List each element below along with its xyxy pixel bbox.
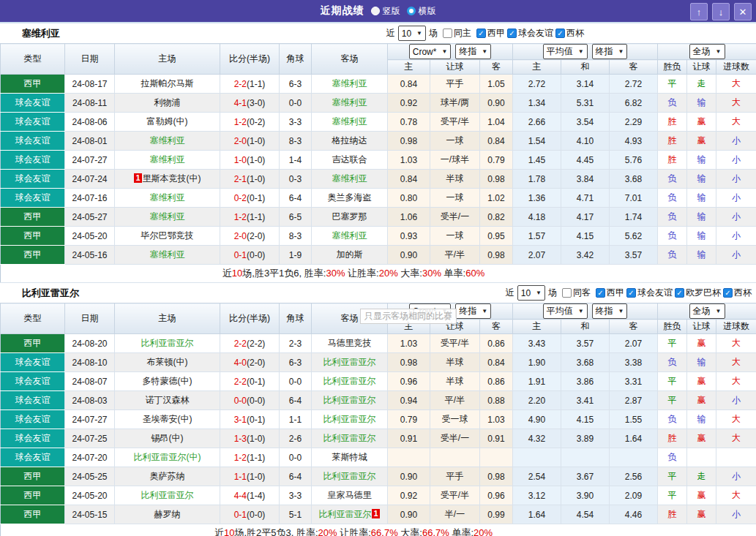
league-checkbox[interactable]: ✓西甲 — [596, 287, 624, 299]
chevron-down-icon: ▼ — [578, 308, 584, 314]
radio-unselected-icon[interactable] — [407, 7, 416, 15]
team-label: 塞维利亚 — [332, 173, 367, 184]
odds-source-select[interactable]: Crow*▼ — [409, 44, 452, 59]
handicap-result-cell: 输 — [687, 94, 716, 113]
result-group-header: 全场▼ — [658, 44, 756, 60]
europe-odds-group-header: 平均值▼ 终指▼ — [513, 44, 658, 60]
checkbox-checked-icon[interactable]: ✓ — [507, 29, 517, 38]
league-checkbox[interactable]: ✓球会友谊 — [507, 27, 553, 39]
league-checkbox[interactable]: ✓西甲 — [476, 27, 505, 39]
summary-segment: 让胜率: — [337, 527, 371, 536]
scope-select[interactable]: 全场▼ — [689, 303, 725, 319]
summary-segment: 单率: — [449, 527, 474, 536]
odds-time-select[interactable]: 终指▼ — [455, 44, 491, 59]
europe-type-select[interactable]: 平均值▼ — [543, 44, 588, 59]
handicap-result-cell: 赢 — [687, 132, 716, 151]
odds-away-cell: 0.95 — [480, 227, 513, 246]
home-team-cell: 比利亚雷亚尔 — [115, 334, 220, 353]
col-date: 日期 — [65, 44, 115, 75]
goals-cell: 大 — [716, 429, 756, 448]
league-checkbox[interactable]: ✓西杯 — [723, 287, 752, 299]
europe-time-select[interactable]: 终指▼ — [592, 44, 628, 59]
result-cell: 胜 — [658, 151, 687, 170]
handicap-result-cell: 输 — [687, 227, 716, 246]
avg-away-cell: 2.87 — [610, 391, 658, 410]
checkbox-checked-icon[interactable]: ✓ — [723, 288, 733, 298]
avg-home-cell: 2.66 — [513, 113, 561, 132]
move-down-button[interactable]: ↓ — [712, 3, 730, 20]
goals-cell: 大 — [716, 113, 756, 132]
league-checkbox[interactable]: ✓西杯 — [555, 27, 584, 39]
same-venue-checkbox[interactable]: 同客 — [562, 287, 591, 299]
full-time-score: 2-0 — [234, 136, 247, 146]
avg-home-cell: 1.34 — [513, 94, 561, 113]
team-label: 多特蒙德(中) — [143, 376, 192, 386]
team-label: 莱斯特城 — [332, 452, 367, 462]
goals-cell: 大 — [716, 372, 756, 391]
radio-vertical-layout[interactable]: 竖版 — [371, 5, 400, 18]
europe-type-select[interactable]: 平均值▼ — [543, 303, 588, 319]
checkbox-checked-icon[interactable]: ✓ — [476, 29, 486, 38]
col-corner: 角球 — [280, 44, 312, 75]
europe-time-select[interactable]: 终指▼ — [592, 303, 628, 319]
same-venue-checkbox[interactable]: 同主 — [443, 27, 471, 39]
page-title: 近期战绩 — [321, 4, 364, 18]
odds-time-select[interactable]: 终指▼ — [455, 303, 491, 319]
avg-home-cell: 3.43 — [513, 334, 561, 353]
avg-away-cell: 3.31 — [610, 372, 658, 391]
away-team-cell: 巴塞罗那 — [312, 208, 388, 227]
full-time-score: 0-0 — [234, 396, 247, 406]
home-team-cell: 富勒姆(中) — [115, 113, 220, 132]
close-button[interactable]: ✕ — [734, 3, 752, 20]
home-team-cell: 利物浦 — [115, 94, 220, 113]
handicap-result-cell: 输 — [687, 246, 716, 265]
col-avg-home: 主 — [513, 60, 561, 75]
league-checkbox-label: 西甲 — [487, 27, 505, 39]
full-time-score: 4-1 — [234, 98, 247, 108]
checkbox-checked-icon[interactable]: ✓ — [675, 288, 684, 298]
radio-horizontal-layout[interactable]: 横版 — [407, 5, 436, 18]
match-count-select[interactable]: 10▼ — [517, 285, 545, 301]
match-type-cell: 球会友谊 — [1, 189, 65, 208]
match-type-cell: 球会友谊 — [1, 170, 65, 189]
table-row: 球会友谊24-07-16塞维利亚0-2(0-1)6-4奥兰多海盗0.80一球1.… — [1, 189, 756, 208]
date-cell: 24-05-27 — [65, 208, 115, 227]
date-cell: 24-05-25 — [65, 467, 115, 486]
result-cell: 平 — [658, 334, 687, 353]
radio-selected-icon[interactable] — [371, 7, 380, 15]
handicap-result-cell: 赢 — [687, 486, 716, 505]
checkbox-unchecked-icon[interactable] — [562, 288, 572, 298]
col-avg-home: 主 — [513, 320, 561, 334]
odds-away-cell: 0.84 — [480, 132, 513, 151]
league-checkbox-label: 球会友谊 — [518, 27, 553, 39]
away-team-cell: 塞维利亚 — [312, 113, 388, 132]
half-time-score: (0-0) — [247, 396, 265, 406]
home-team-cell: 比利亚雷亚尔 — [115, 486, 220, 505]
half-time-score: (3-0) — [247, 98, 265, 108]
avg-away-cell: 4.93 — [610, 132, 658, 151]
summary-segment: 大率: — [398, 527, 422, 536]
date-cell: 24-08-17 — [65, 75, 115, 94]
checkbox-unchecked-icon[interactable] — [443, 29, 452, 38]
avg-home-cell — [513, 448, 561, 467]
match-count-select[interactable]: 10▼ — [398, 26, 426, 41]
league-checkbox[interactable]: ✓欧罗巴杯 — [675, 287, 721, 299]
avg-home-cell: 4.90 — [513, 410, 561, 429]
checkbox-checked-icon[interactable]: ✓ — [596, 288, 605, 298]
away-team-cell: 比利亚雷亚尔1 — [312, 505, 388, 524]
odds-away-cell: 0.91 — [480, 429, 513, 448]
col-avg-draw: 和 — [561, 320, 610, 334]
table-row: 西甲24-05-20比利亚雷亚尔4-4(1-4)3-3皇家马德里0.92受平/半… — [1, 486, 756, 505]
checkbox-checked-icon[interactable]: ✓ — [626, 288, 636, 298]
table-row: 西甲24-08-20比利亚雷亚尔2-2(2-2)2-3马德里竞技1.03受平/半… — [1, 334, 756, 353]
scope-select[interactable]: 全场▼ — [689, 44, 725, 59]
avg-home-cell: 1.64 — [513, 505, 561, 524]
move-up-button[interactable]: ↑ — [690, 3, 708, 20]
league-checkbox[interactable]: ✓球会友谊 — [626, 287, 673, 299]
team-label: 诺丁汉森林 — [146, 395, 190, 405]
full-time-score: 0-1 — [234, 510, 247, 520]
result-group-header: 全场▼ — [658, 303, 756, 320]
away-team-cell: 马德里竞技 — [312, 334, 388, 353]
checkbox-checked-icon[interactable]: ✓ — [555, 29, 565, 38]
away-team-cell: 莱斯特城 — [312, 448, 388, 467]
